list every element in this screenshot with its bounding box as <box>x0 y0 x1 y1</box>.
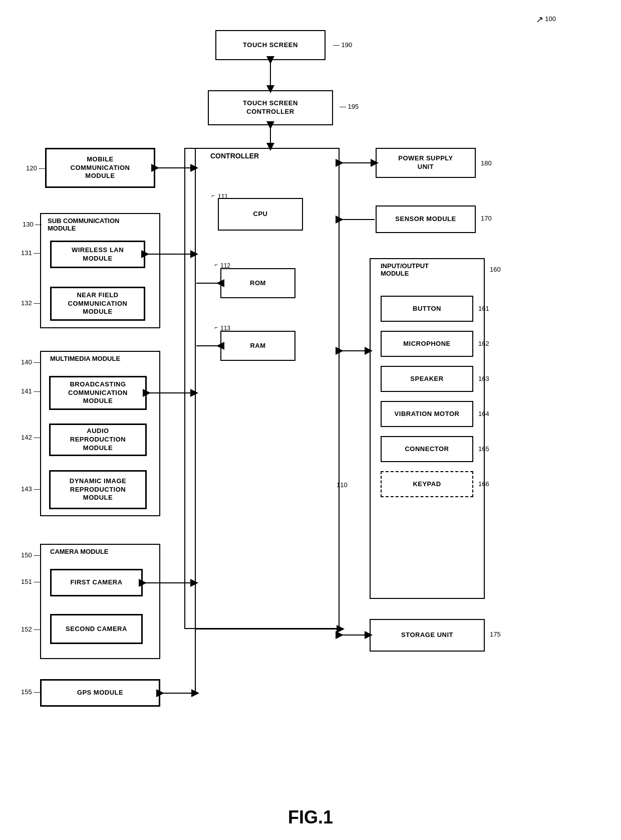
vibration-label: VIBRATION MOTOR <box>395 410 460 418</box>
ref-150: 150 — <box>21 551 40 559</box>
broadcasting-block: BROADCASTINGCOMMUNICATIONMODULE <box>49 376 147 410</box>
ref-100: 100 <box>545 15 556 23</box>
ref-142: 142 — <box>21 434 40 441</box>
ref-165: 165 <box>478 445 489 453</box>
rom-label: ROM <box>250 279 266 288</box>
ref-112: 112 <box>220 262 230 269</box>
storage-block: STORAGE UNIT <box>370 619 485 652</box>
ref-162: 162 <box>478 340 489 347</box>
button-block: BUTTON <box>381 296 473 322</box>
ref-113: 113 <box>220 325 230 332</box>
ref-111-curve: ⌐ <box>211 192 215 199</box>
ref-190: — 190 <box>333 41 352 49</box>
sensor-label: SENSOR MODULE <box>395 215 456 224</box>
microphone-block: MICROPHONE <box>381 331 473 357</box>
touch-screen-controller-label: TOUCH SCREENCONTROLLER <box>243 99 298 116</box>
ref-151: 151 — <box>21 578 40 585</box>
wireless-lan-label: WIRELESS LANMODULE <box>72 246 124 263</box>
vibration-block: VIBRATION MOTOR <box>381 401 473 427</box>
speaker-label: SPEAKER <box>410 375 443 383</box>
broadcasting-label: BROADCASTINGCOMMUNICATIONMODULE <box>68 380 128 406</box>
cpu-block: CPU <box>218 198 303 231</box>
controller-label: CONTROLLER <box>210 152 259 160</box>
ref-140: 140 — <box>21 358 40 366</box>
connector-block: CONNECTOR <box>381 436 473 462</box>
touch-screen-label: TOUCH SCREEN <box>243 41 298 50</box>
button-label: BUTTON <box>413 305 441 313</box>
ref-131: 131 — <box>21 249 40 257</box>
microphone-label: MICROPHONE <box>403 340 451 348</box>
ref-170: 170 <box>481 215 492 222</box>
ref-195: — 195 <box>340 103 359 110</box>
keypad-label: KEYPAD <box>413 480 441 489</box>
touch-screen-block: TOUCH SCREEN <box>215 30 326 60</box>
ref-143: 143 — <box>21 485 40 493</box>
ref-111: 111 <box>218 193 228 200</box>
gps-block: GPS MODULE <box>40 679 160 707</box>
ref-163: 163 <box>478 375 489 382</box>
ref-155: 155 — <box>21 688 40 696</box>
ram-label: RAM <box>250 342 265 350</box>
connector-label: CONNECTOR <box>405 445 449 454</box>
nfc-label: NEAR FIELDCOMMUNICATIONMODULE <box>68 291 128 317</box>
ref-164: 164 <box>478 410 489 417</box>
ref-141: 141 — <box>21 387 40 395</box>
ref-175: 175 <box>490 631 501 638</box>
io-label: INPUT/OUTPUTMODULE <box>381 262 429 277</box>
power-supply-block: POWER SUPPLYUNIT <box>376 148 476 178</box>
second-camera-block: SECOND CAMERA <box>50 614 143 644</box>
multimedia-label: MULTIMEDIA MODULE <box>50 355 120 362</box>
ref-132: 132 — <box>21 299 40 307</box>
ref-161: 161 <box>478 305 489 312</box>
ref-152: 152 — <box>21 625 40 633</box>
dynamic-image-block: DYNAMIC IMAGEREPRODUCTIONMODULE <box>49 470 147 509</box>
cpu-label: CPU <box>253 210 268 219</box>
speaker-block: SPEAKER <box>381 366 473 392</box>
gps-label: GPS MODULE <box>77 689 123 697</box>
keypad-block: KEYPAD <box>381 471 473 497</box>
first-camera-block: FIRST CAMERA <box>50 569 143 596</box>
ref-110: 110 <box>337 481 348 489</box>
nfc-block: NEAR FIELDCOMMUNICATIONMODULE <box>50 287 145 321</box>
ref-113-curve: ⌐ <box>214 324 218 331</box>
second-camera-label: SECOND CAMERA <box>66 625 127 634</box>
mobile-comm-label: MOBILECOMMUNICATIONMODULE <box>71 155 130 181</box>
diagram: 100 ↗ TOUCH SCREEN — 190 TOUCH SCREENCON… <box>0 0 621 802</box>
ref-160: 160 <box>490 266 501 273</box>
touch-screen-controller-block: TOUCH SCREENCONTROLLER <box>208 90 333 125</box>
dynamic-image-label: DYNAMIC IMAGEREPRODUCTIONMODULE <box>70 477 126 503</box>
storage-label: STORAGE UNIT <box>401 631 453 640</box>
ref-166: 166 <box>478 480 489 488</box>
first-camera-label: FIRST CAMERA <box>70 578 122 587</box>
rom-block: ROM <box>220 268 295 298</box>
ref-120: 120 — <box>26 164 45 172</box>
sensor-block: SENSOR MODULE <box>376 205 476 233</box>
sub-comm-label: SUB COMMUNICATIONMODULE <box>48 217 119 232</box>
power-supply-label: POWER SUPPLYUNIT <box>398 154 453 171</box>
ref-arrow: ↗ <box>536 14 543 25</box>
wireless-lan-block: WIRELESS LANMODULE <box>50 241 145 268</box>
ref-112-curve: ⌐ <box>214 261 218 268</box>
audio-block: AUDIOREPRODUCTIONMODULE <box>49 424 147 456</box>
audio-label: AUDIOREPRODUCTIONMODULE <box>70 427 126 453</box>
ref-180: 180 <box>481 159 492 167</box>
ref-130: 130 — <box>23 221 42 228</box>
camera-module-label: CAMERA MODULE <box>50 548 109 555</box>
figure-label: FIG.1 <box>0 807 621 838</box>
ram-block: RAM <box>220 331 295 361</box>
mobile-comm-block: MOBILECOMMUNICATIONMODULE <box>45 148 155 188</box>
